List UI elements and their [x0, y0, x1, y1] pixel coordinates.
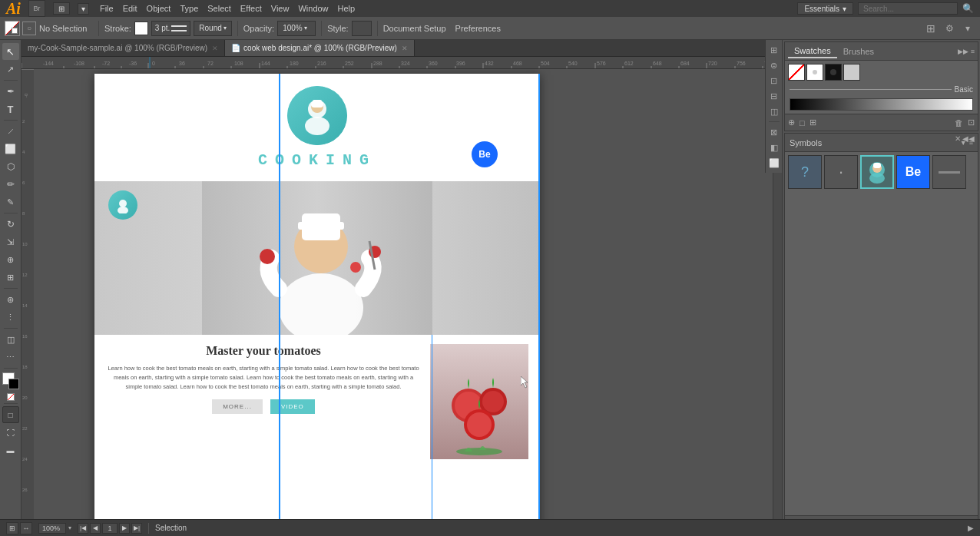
fit-artboard-btn[interactable]: ↔ [20, 522, 32, 534]
brushes-tab[interactable]: Brushes [837, 45, 880, 58]
free-transform-tool[interactable]: ⊞ [2, 269, 19, 286]
panel-menu-btn[interactable]: ≡ [971, 48, 975, 55]
pen-tool[interactable]: ✒ [2, 83, 19, 100]
swatch-extra-icon[interactable]: ⊡ [968, 117, 975, 127]
tab-2-close[interactable]: ✕ [402, 45, 408, 52]
prev-artboard[interactable]: ◀ [90, 523, 101, 534]
workspace-expand[interactable]: ▾ [78, 3, 89, 15]
menu-select[interactable]: Select [207, 4, 231, 13]
toolbar-separator-4 [377, 21, 378, 36]
first-artboard[interactable]: |◀ [78, 523, 88, 534]
menu-bar: File Edit Object Type Select Effect View… [100, 4, 355, 13]
tab-1[interactable]: my-Cook-Sample-sample.ai @ 100% (RGB/Pre… [22, 40, 225, 56]
menu-view[interactable]: View [271, 4, 290, 13]
zoom-arrow[interactable]: ▾ [68, 524, 71, 531]
pencil-tool[interactable]: ✎ [2, 194, 19, 210]
search-input[interactable] [858, 2, 958, 15]
panel-more-btn[interactable]: ▶▶ [958, 48, 968, 55]
symbol-tool[interactable]: ⊛ [2, 291, 19, 308]
swatches-tab[interactable]: Swatches [788, 45, 837, 58]
blend-tool[interactable]: ⋯ [2, 349, 19, 366]
menu-effect[interactable]: Effect [240, 4, 262, 13]
symbol-unknown[interactable]: ? [788, 155, 822, 189]
tab-1-close[interactable]: ✕ [212, 45, 218, 52]
zoom-input[interactable]: 100% [38, 523, 66, 534]
artboard-num[interactable]: 1 [102, 523, 118, 534]
style-select[interactable] [352, 21, 372, 36]
swatch-group-icon[interactable]: □ [800, 118, 805, 127]
symbol-chef[interactable] [860, 155, 894, 189]
tool-sep-1 [4, 80, 18, 81]
essentials-dropdown[interactable]: Essentials ▾ [797, 2, 853, 15]
workspace-area: Essentials ▾ 🔍 [797, 2, 974, 15]
warp-tool[interactable]: ⊕ [2, 251, 19, 268]
menu-help[interactable]: Help [338, 4, 356, 13]
rotate-tool[interactable]: ↻ [2, 216, 19, 233]
preferences-button[interactable]: Preferences [455, 24, 501, 33]
tool-sep-3 [4, 213, 18, 213]
last-artboard[interactable]: ▶| [131, 523, 142, 534]
stroke-swatch[interactable] [134, 22, 148, 35]
menu-type[interactable]: Type [180, 4, 198, 13]
tab-1-label: my-Cook-Sample-sample.ai @ 100% (RGB/Pre… [28, 44, 207, 52]
select-tool[interactable]: ↖ [2, 43, 19, 60]
swatch-gray[interactable] [843, 64, 860, 81]
next-artboard[interactable]: ▶ [119, 523, 130, 534]
canvas-area: my-Cook-Sample-sample.ai @ 100% (RGB/Pre… [22, 40, 782, 536]
swatches-bottom-bar: ⊕ □ ⊞ 🗑 ⊡ [785, 114, 978, 131]
symbol-line[interactable] [932, 155, 966, 189]
type-tool[interactable]: T [2, 101, 19, 117]
svg-text:216: 216 [317, 61, 326, 66]
svg-text:-108: -108 [74, 61, 84, 66]
line-tool[interactable]: ⟋ [2, 123, 19, 140]
status-arrow-right[interactable]: ▶ [968, 524, 974, 532]
swatch-new-icon[interactable]: ⊕ [788, 117, 795, 127]
bridge-button[interactable]: Br [28, 0, 45, 17]
transform-tool[interactable]: ⬡ [2, 158, 19, 175]
stroke-round-select[interactable]: Round▾ [194, 21, 231, 36]
fit-page-btn[interactable]: ⊞ [6, 522, 18, 534]
swatch-none[interactable] [788, 64, 805, 81]
direct-select-tool[interactable]: ↗ [2, 61, 19, 78]
zoom-control[interactable]: 100% ▾ [38, 523, 71, 534]
svg-text:180: 180 [290, 61, 299, 66]
symbol-behance[interactable]: Be [896, 155, 930, 189]
settings-icon[interactable]: ⚙ [942, 21, 957, 36]
graph-tool[interactable]: ⋮ [2, 309, 19, 326]
tool-sep-5 [4, 328, 18, 329]
fullscreen-mode[interactable]: ⛶ [2, 424, 19, 441]
video-button[interactable]: VIDEO [270, 399, 315, 414]
svg-text:432: 432 [485, 61, 494, 66]
paint-tool[interactable]: ⬜ [2, 141, 19, 157]
document-setup-button[interactable]: Document Setup [383, 24, 446, 33]
background-color[interactable] [8, 379, 19, 389]
symbols-close-btn[interactable]: ✕ ◀◀ [952, 133, 978, 144]
brush-tool[interactable]: ✏ [2, 176, 19, 193]
menu-window[interactable]: Window [298, 4, 328, 13]
svg-text:612: 612 [624, 61, 634, 66]
more-button[interactable]: MORE... [212, 399, 263, 414]
tab-2[interactable]: 📄 cook web design.ai* @ 100% (RGB/Previe… [225, 40, 415, 56]
normal-mode[interactable]: □ [2, 406, 19, 423]
swatch-lib-icon[interactable]: ⊞ [809, 117, 816, 127]
presentation-mode[interactable]: ▬ [2, 442, 19, 458]
toolbar-separator-3 [321, 21, 322, 36]
none-icon[interactable] [7, 393, 15, 401]
gradient-tool[interactable]: ◫ [2, 331, 19, 348]
opacity-select[interactable]: 100%▾ [277, 21, 316, 36]
canvas-container: -0 2 4 6 8 10 12 14 16 18 20 22 24 26 28 [22, 69, 782, 527]
swatch-black[interactable] [825, 64, 842, 81]
scale-tool[interactable]: ⇲ [2, 233, 19, 250]
svg-text:24: 24 [22, 457, 28, 462]
menu-file[interactable]: File [100, 4, 114, 13]
workspace-button[interactable]: ⊞ [53, 2, 70, 15]
expand-icon[interactable]: ▾ [960, 21, 975, 36]
stroke-label: Stroke: [104, 24, 131, 33]
stroke-style-select[interactable]: 3 pt. [151, 21, 190, 36]
swatch-delete-icon[interactable]: 🗑 [955, 118, 963, 127]
arrange-icon[interactable]: ⊞ [923, 21, 939, 36]
menu-edit[interactable]: Edit [123, 4, 137, 13]
swatch-white[interactable] [806, 64, 823, 81]
symbol-dot[interactable]: · [824, 155, 858, 189]
menu-object[interactable]: Object [147, 4, 171, 13]
